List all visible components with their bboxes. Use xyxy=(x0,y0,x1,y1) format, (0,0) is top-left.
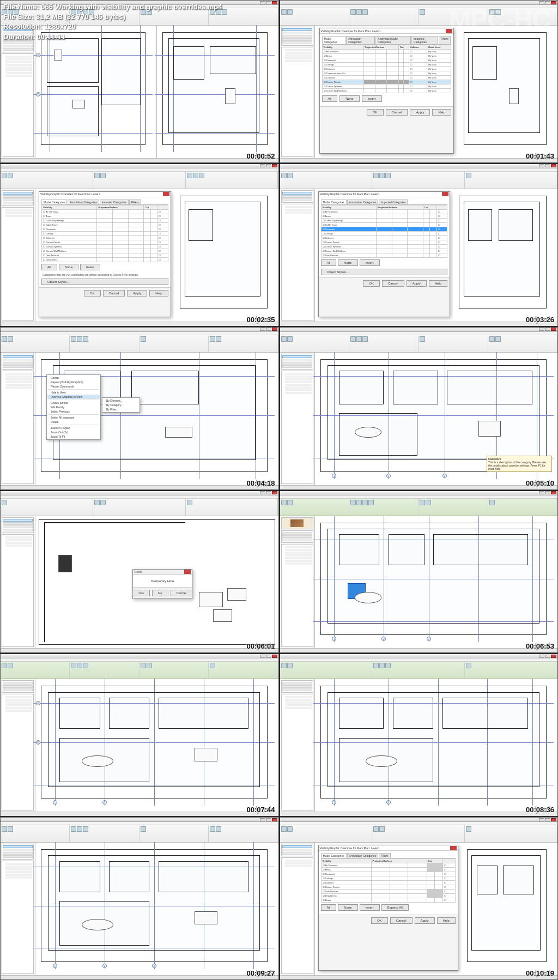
modify-ribbon xyxy=(280,499,558,516)
categories-table[interactable]: VisibilityProjection/SurfaceCutHalftoneD… xyxy=(322,45,451,93)
thumbnail-4[interactable]: Visibility/Graphic Overrides for Floor P… xyxy=(280,164,559,326)
thumbnail-12[interactable]: Visibility/Graphic Overrides for Floor P… xyxy=(280,817,559,980)
tooltip: Casework This is a description of the ca… xyxy=(487,456,552,472)
thumbnail-9[interactable]: A B 1 2 lynda 00:07:44 xyxy=(0,654,279,816)
thumbnail-11[interactable]: 1 2 3 lynda 00:09:27 xyxy=(0,817,279,980)
thumbnail-6[interactable]: 1 2 3 Casework This is a description of … xyxy=(280,327,559,490)
visibility-dialog[interactable]: Visibility/Graphic Overrides for Floor P… xyxy=(319,28,454,154)
floorplan-1: A B xyxy=(41,32,145,145)
thumbnail-3[interactable]: Visibility/Graphic Overrides for Floor P… xyxy=(0,164,279,326)
thumbnail-7[interactable]: Revit Temporary Hide Yes No Cancel lynda… xyxy=(0,491,279,654)
file-size-line: File Size: 31,2 MB (32 770 145 bytes) xyxy=(3,12,222,22)
thumbnail-grid: A B lynda 00:00:52 Visibility/Graphic Ov… xyxy=(0,0,558,980)
confirm-dialog[interactable]: Revit Temporary Hide Yes No Cancel xyxy=(132,569,192,599)
floorplan-2 xyxy=(162,32,267,145)
resolution-line: Resolution: 1280x720 xyxy=(3,22,222,32)
cancel-button[interactable]: Cancel xyxy=(386,109,408,116)
view-canvas-right[interactable] xyxy=(157,26,278,158)
file-info-overlay: File Name: 066 Working with visibility a… xyxy=(3,2,222,42)
help-button[interactable]: Help xyxy=(432,109,451,116)
player-watermark: MPC-HC xyxy=(449,4,550,34)
timestamp-1: 00:00:52 xyxy=(246,152,275,160)
file-name-line: File Name: 066 Working with visibility a… xyxy=(3,2,222,12)
thumbnail-8[interactable]: 1 2 3 lynda 00:06:53 xyxy=(280,491,559,654)
project-browser[interactable] xyxy=(2,53,34,157)
context-menu[interactable]: Cancel Repeat [Visibility/Graphics] Rece… xyxy=(46,374,101,440)
left-sidebar xyxy=(1,26,35,158)
context-submenu[interactable]: By Element... By Category... By Filter..… xyxy=(102,397,140,413)
close-icon[interactable] xyxy=(184,570,191,574)
ok-button[interactable]: OK xyxy=(367,109,384,116)
close-icon[interactable] xyxy=(272,1,277,4)
thumbnail-5[interactable]: Cancel Repeat [Visibility/Graphics] Rece… xyxy=(0,327,279,490)
duration-line: Duration: 00:11:11 xyxy=(3,32,222,42)
thumbnail-10[interactable]: 1 2 lynda 00:08:36 xyxy=(280,654,559,816)
apply-button[interactable]: Apply xyxy=(410,109,430,116)
view-canvas-left[interactable]: A B xyxy=(35,26,157,158)
